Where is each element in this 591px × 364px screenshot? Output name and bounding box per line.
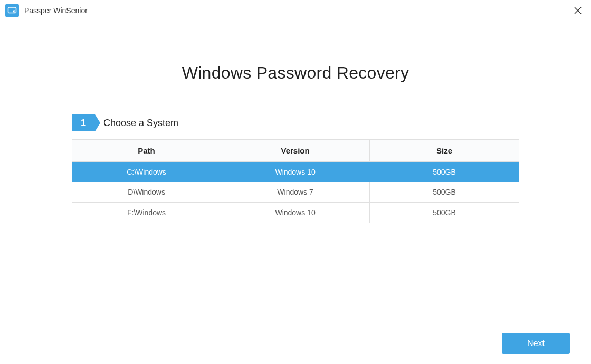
- title-bar: Passper WinSenior: [0, 0, 591, 21]
- system-table: Path Version Size C:\Windows Windows 10 …: [72, 139, 519, 223]
- title-left: Passper WinSenior: [5, 4, 88, 17]
- cell-version: Windows 10: [221, 162, 370, 183]
- table-row[interactable]: C:\Windows Windows 10 500GB: [72, 162, 519, 183]
- step-number-badge: 1: [72, 114, 95, 131]
- step-header: 1 Choose a System: [72, 114, 519, 131]
- next-button[interactable]: Next: [502, 333, 570, 354]
- app-title: Passper WinSenior: [24, 6, 88, 15]
- cell-path: C:\Windows: [72, 162, 221, 183]
- cell-path: D\Windows: [72, 182, 221, 203]
- cell-size: 500GB: [370, 203, 519, 223]
- footer: Next: [0, 322, 591, 364]
- col-header-size: Size: [370, 140, 519, 162]
- close-icon: [574, 7, 582, 14]
- close-button[interactable]: [570, 3, 586, 18]
- table-row[interactable]: F:\Windows Windows 10 500GB: [72, 203, 519, 223]
- table-row[interactable]: D\Windows Windows 7 500GB: [72, 182, 519, 203]
- cell-path: F:\Windows: [72, 203, 221, 223]
- col-header-path: Path: [72, 140, 221, 162]
- cell-version: Windows 10: [221, 203, 370, 223]
- main-content: Windows Password Recovery 1 Choose a Sys…: [0, 21, 591, 223]
- cell-size: 500GB: [370, 182, 519, 203]
- cell-version: Windows 7: [221, 182, 370, 203]
- step-label: Choose a System: [103, 118, 178, 129]
- page-title: Windows Password Recovery: [182, 63, 409, 83]
- cell-size: 500GB: [370, 162, 519, 183]
- table-header-row: Path Version Size: [72, 140, 519, 162]
- col-header-version: Version: [221, 140, 370, 162]
- app-icon: [5, 4, 19, 17]
